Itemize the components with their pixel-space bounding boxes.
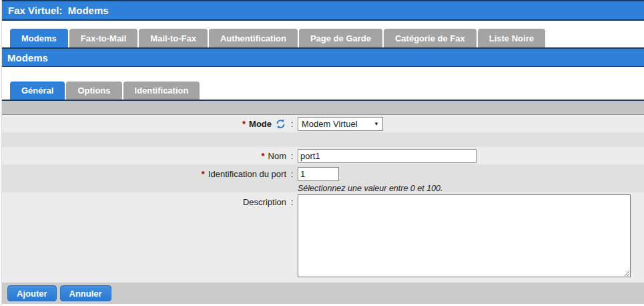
mode-label: Mode [249, 119, 272, 129]
description-row: Description : [2, 192, 644, 282]
form-header-row [2, 101, 644, 115]
subtab-options[interactable]: Options [66, 82, 121, 100]
action-button-row: Ajouter Annuler [2, 282, 644, 304]
required-marker: * [261, 151, 264, 161]
description-colon: : [286, 192, 298, 207]
tab-authentification[interactable]: Authentification [209, 29, 298, 47]
subtab-general[interactable]: Général [10, 82, 65, 100]
port-hint: Sélectionnez une valeur entre 0 et 100. [298, 184, 443, 193]
tab-fax-to-mail[interactable]: Fax-to-Mail [69, 29, 138, 47]
refresh-icon[interactable] [276, 119, 286, 129]
nom-label-cell: * Nom [2, 151, 286, 161]
cancel-button[interactable]: Annuler [60, 285, 111, 301]
nom-field-cell [298, 149, 644, 163]
port-input[interactable] [298, 167, 339, 181]
page-title: Fax Virtuel: Modems [8, 5, 109, 16]
empty-row [2, 132, 644, 147]
mode-select-value: Modem Virtuel [302, 119, 358, 129]
section-header: Modems [2, 49, 644, 67]
chevron-down-icon: ▼ [374, 121, 379, 127]
mode-label-cell: * Mode [2, 119, 286, 129]
main-tab-bar: Modems Fax-to-Mail Mail-to-Fax Authentif… [2, 29, 644, 47]
port-field-cell: Sélectionnez une valeur entre 0 et 100. [298, 164, 644, 193]
mode-select[interactable]: Modem Virtuel ▼ [298, 117, 383, 131]
port-label: Identification du port [208, 169, 286, 179]
description-textarea[interactable] [298, 194, 631, 277]
nom-label: Nom [268, 151, 286, 161]
description-label: Description [243, 197, 286, 207]
mode-colon: : [286, 119, 298, 129]
mode-row: * Mode : Modem Virtuel [2, 115, 644, 132]
tab-categorie-de-fax[interactable]: Catégorie de Fax [384, 29, 476, 47]
nom-colon: : [286, 151, 298, 161]
page-content: Fax Virtuel: Modems Modems Fax-to-Mail M… [2, 0, 644, 304]
nom-input[interactable] [298, 149, 476, 163]
description-label-cell: Description [2, 192, 286, 207]
port-row: * Identification du port : Sélectionnez … [2, 164, 644, 192]
section-title: Modems [7, 52, 48, 63]
nom-row: * Nom : [2, 147, 644, 164]
port-colon: : [286, 164, 298, 179]
mode-field-cell: Modem Virtuel ▼ [298, 117, 644, 131]
app-header: Fax Virtuel: Modems [2, 0, 644, 21]
fax-admin-page: Fax Virtuel: Modems Modems Fax-to-Mail M… [0, 0, 644, 306]
spacer [2, 21, 644, 29]
required-marker: * [242, 119, 246, 129]
tab-page-de-garde[interactable]: Page de Garde [299, 29, 382, 47]
port-label-cell: * Identification du port [2, 164, 286, 179]
tab-liste-noire[interactable]: Liste Noire [478, 29, 545, 47]
subtab-identification[interactable]: Identification [123, 82, 200, 100]
spacer [2, 67, 644, 82]
tab-mail-to-fax[interactable]: Mail-to-Fax [139, 29, 208, 47]
required-marker: * [202, 169, 205, 179]
description-field-cell [298, 192, 644, 277]
sub-tab-bar: Général Options Identification [2, 82, 644, 100]
add-button[interactable]: Ajouter [7, 285, 57, 301]
tab-modems[interactable]: Modems [10, 29, 68, 47]
